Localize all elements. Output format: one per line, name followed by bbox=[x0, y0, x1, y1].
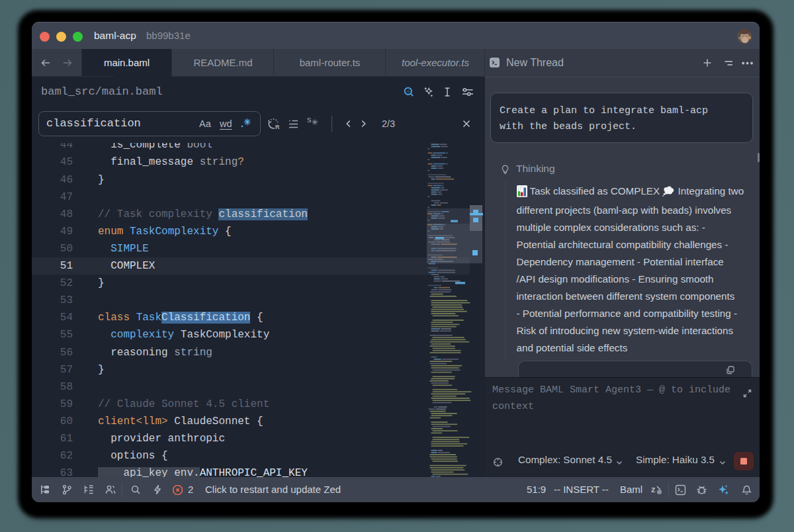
svg-text:z: z bbox=[651, 484, 656, 494]
svg-text:R: R bbox=[275, 124, 280, 130]
